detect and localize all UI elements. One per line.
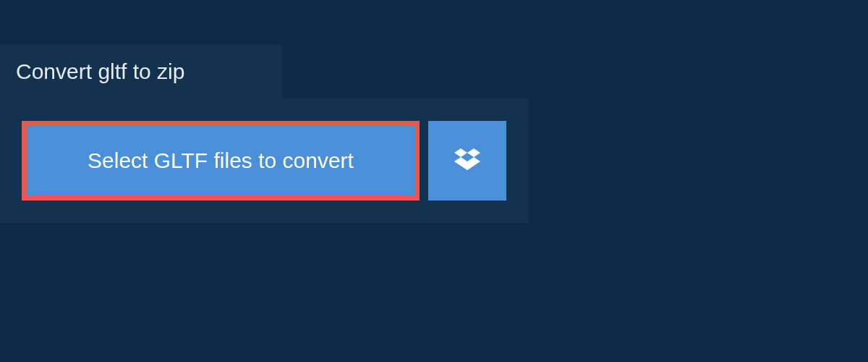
conversion-panel: Select GLTF files to convert (0, 98, 528, 223)
select-files-label: Select GLTF files to convert (88, 148, 354, 173)
tab-convert[interactable]: Convert gltf to zip (0, 45, 281, 98)
select-files-button[interactable]: Select GLTF files to convert (22, 121, 420, 201)
tab-label: Convert gltf to zip (16, 59, 184, 84)
dropbox-icon (454, 146, 480, 175)
dropbox-button[interactable] (428, 121, 506, 201)
